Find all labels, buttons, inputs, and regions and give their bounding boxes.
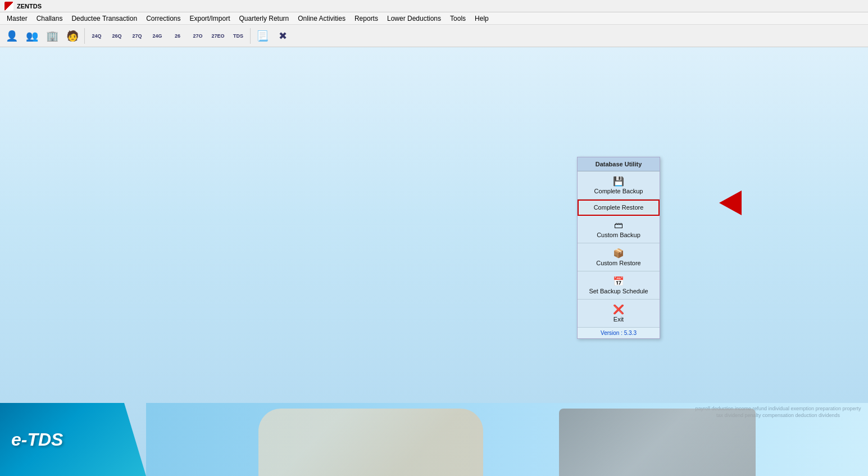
toolbar-btn-person[interactable]: 🧑 bbox=[63, 26, 82, 46]
toolbar-separator-2 bbox=[250, 28, 251, 44]
menu-item-deductee-transaction[interactable]: Deductee Transaction bbox=[67, 13, 142, 24]
banner: e-TDS payroll deduction income refund in… bbox=[0, 403, 868, 476]
toolbar-btn-form27q[interactable]: 27Q bbox=[128, 26, 147, 46]
menu-item-reports[interactable]: Reports bbox=[350, 13, 383, 24]
toolbar-btn-form26[interactable]: 26 bbox=[168, 26, 187, 46]
toolbar-btn-user[interactable]: 👤 bbox=[2, 26, 21, 46]
app-icon bbox=[4, 2, 13, 11]
db-utility-header: Database Utility bbox=[578, 157, 660, 171]
arrow-right-icon bbox=[708, 191, 742, 215]
toolbar-btn-close[interactable]: ✖ bbox=[273, 26, 292, 46]
toolbar-btn-document[interactable]: 📃 bbox=[253, 26, 272, 46]
banner-left: e-TDS bbox=[0, 403, 146, 476]
custom-backup-label: Custom Backup bbox=[597, 232, 640, 238]
custom-backup-icon: 🗃 bbox=[614, 220, 623, 230]
custom-restore-item[interactable]: 📦 Custom Restore bbox=[578, 243, 660, 271]
custom-backup-item[interactable]: 🗃 Custom Backup bbox=[578, 216, 660, 243]
menu-item-online-activities[interactable]: Online Activities bbox=[293, 13, 350, 24]
db-utility-dropdown: Database Utility 💾 Complete Backup Compl… bbox=[577, 157, 660, 339]
menu-item-quarterly-return[interactable]: Quarterly Return bbox=[235, 13, 294, 24]
custom-restore-icon: 📦 bbox=[613, 248, 624, 259]
version-text: Version : 5.3.3 bbox=[601, 330, 637, 336]
toolbar-btn-entity[interactable]: 🏢 bbox=[43, 26, 62, 46]
menu-item-challans[interactable]: Challans bbox=[32, 13, 67, 24]
complete-restore-label: Complete Restore bbox=[594, 204, 644, 211]
set-backup-schedule-icon: 📅 bbox=[613, 276, 624, 287]
title-bar: ZENTDS bbox=[0, 0, 868, 12]
toolbar-btn-form24g[interactable]: 24G bbox=[148, 26, 167, 46]
banner-keyboard-image bbox=[559, 409, 756, 476]
complete-backup-item[interactable]: 💾 Complete Backup bbox=[578, 171, 660, 200]
menu-bar: MasterChallansDeductee TransactionCorrec… bbox=[0, 12, 868, 25]
menu-item-corrections[interactable]: Corrections bbox=[142, 13, 185, 24]
toolbar-btn-form26q[interactable]: 26Q bbox=[107, 26, 126, 46]
toolbar-btn-tds[interactable]: TDS bbox=[229, 26, 248, 46]
menu-item-tools[interactable]: Tools bbox=[446, 13, 470, 24]
main-content: e-TDS payroll deduction income refund in… bbox=[0, 47, 868, 476]
toolbar-separator bbox=[84, 28, 85, 44]
complete-backup-icon: 💾 bbox=[613, 176, 624, 187]
app-title: ZENTDS bbox=[17, 3, 42, 10]
toolbar-btn-form27eo[interactable]: 27EO bbox=[208, 26, 228, 46]
toolbar-btn-group[interactable]: 👥 bbox=[22, 26, 42, 46]
custom-restore-label: Custom Restore bbox=[596, 260, 640, 266]
etds-label: e-TDS bbox=[11, 429, 63, 450]
exit-icon: ❌ bbox=[613, 304, 624, 315]
complete-restore-item[interactable]: Complete Restore bbox=[578, 200, 660, 216]
menu-item-export-import[interactable]: Export/Import bbox=[185, 13, 235, 24]
menu-item-help[interactable]: Help bbox=[470, 13, 493, 24]
exit-item[interactable]: ❌ Exit bbox=[578, 300, 660, 328]
toolbar-btn-form24q[interactable]: 24Q bbox=[87, 26, 106, 46]
set-backup-schedule-item[interactable]: 📅 Set Backup Schedule bbox=[578, 271, 660, 300]
menu-item-master[interactable]: Master bbox=[2, 13, 32, 24]
menu-item-lower-deductions[interactable]: Lower Deductions bbox=[383, 13, 446, 24]
toolbar-btn-form27o[interactable]: 27O bbox=[188, 26, 207, 46]
complete-backup-label: Complete Backup bbox=[594, 188, 643, 194]
exit-label: Exit bbox=[613, 316, 624, 323]
version-footer: Version : 5.3.3 bbox=[578, 328, 660, 338]
arrow-indicator bbox=[708, 191, 742, 215]
banner-hands-image bbox=[258, 409, 483, 476]
banner-right: payroll deduction income refund individu… bbox=[146, 403, 868, 476]
set-backup-schedule-label: Set Backup Schedule bbox=[589, 288, 648, 294]
toolbar: 👤👥🏢🧑24Q26Q27Q24G2627O27EOTDS📃✖ bbox=[0, 25, 868, 47]
